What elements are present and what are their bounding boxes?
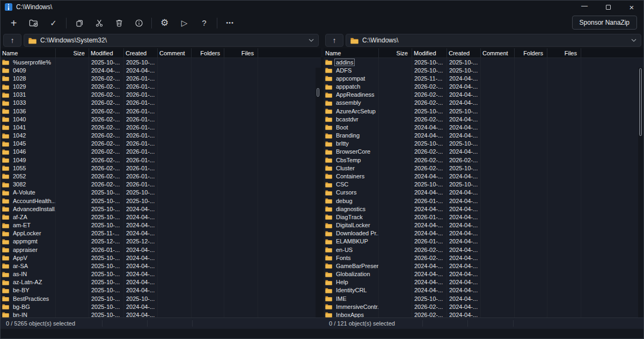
list-item[interactable]: addins 2025-10-... 2025-10-... xyxy=(324,58,639,66)
list-item[interactable]: DigitalLocker 2024-04-... 2024-04-... xyxy=(324,221,639,229)
list-item[interactable]: apppatch 2026-02-... 2024-04-... xyxy=(324,83,639,91)
column-header-name[interactable]: Name xyxy=(1,48,56,57)
run-button[interactable]: ▷ xyxy=(175,16,193,31)
list-item[interactable]: assembly 2026-02-... 2024-04-... xyxy=(324,99,639,107)
list-item[interactable]: ar-SA 2025-10-... 2024-04-... xyxy=(1,262,316,270)
more-button[interactable]: ••• xyxy=(221,16,239,31)
sponsor-button[interactable]: Sponsor NanaZip xyxy=(572,16,637,30)
list-item[interactable]: ELAMBKUP 2026-01-... 2024-04-... xyxy=(324,237,639,246)
list-item[interactable]: AzureArcSetup 2025-10-... 2025-10-... xyxy=(324,107,639,115)
path-combobox-right[interactable]: C:\Windows\ xyxy=(346,34,641,47)
help-button[interactable]: ? xyxy=(195,16,213,31)
copy-button[interactable] xyxy=(70,16,88,31)
column-header-modified[interactable]: Modified xyxy=(89,48,124,57)
list-item[interactable]: AppReadiness 2026-02-... 2024-04-... xyxy=(324,91,639,99)
settings-button[interactable]: ⚙ xyxy=(156,16,173,31)
chevron-down-icon[interactable] xyxy=(631,39,636,42)
column-header-folders[interactable]: Folders xyxy=(192,48,224,57)
minimize-button[interactable]: — xyxy=(573,1,596,13)
list-item[interactable]: AccountHealth... 2025-10-... 2025-10-... xyxy=(1,197,316,205)
list-item[interactable]: 2052 2026-02-... 2026-01-... xyxy=(1,172,316,180)
list-item[interactable]: 1028 2026-02-... 2026-01-... xyxy=(1,74,316,82)
list-item[interactable]: 1041 2026-02-... 2026-01-... xyxy=(1,123,316,131)
list-item[interactable]: Downloaded Pr... 2024-04-... 2024-04-... xyxy=(324,229,639,237)
list-item[interactable]: Cluster 2026-02-... 2025-10-... xyxy=(324,164,639,172)
scrollbar-right[interactable] xyxy=(638,68,643,318)
column-header-files[interactable]: Files xyxy=(224,48,258,57)
scrollbar-left[interactable] xyxy=(316,68,321,318)
info-button[interactable] xyxy=(130,16,148,31)
close-button[interactable]: × xyxy=(620,1,643,13)
list-item[interactable]: Fonts 2026-02-... 2024-04-... xyxy=(324,254,639,262)
list-item[interactable]: 3082 2026-02-... 2026-01-... xyxy=(1,181,316,189)
scrollbar-thumb[interactable] xyxy=(639,68,642,136)
list-item[interactable]: Containers 2024-04-... 2024-04-... xyxy=(324,172,639,180)
list-item[interactable]: Help 2024-04-... 2024-04-... xyxy=(324,278,639,286)
select-button[interactable]: ✓ xyxy=(45,16,62,31)
list-item[interactable]: bn-IN 2025-10-... 2024-04-... xyxy=(1,311,316,318)
list-item[interactable]: 1046 2026-02-... 2026-01-... xyxy=(1,148,316,156)
up-button-right[interactable]: ↑ xyxy=(325,34,343,47)
list-item[interactable]: brltty 2025-10-... 2025-10-... xyxy=(324,140,639,148)
list-item[interactable]: 0409 2024-04-... 2024-04-... xyxy=(1,66,316,74)
delete-button[interactable] xyxy=(110,16,128,31)
path-combobox-left[interactable]: C:\Windows\System32\ xyxy=(24,34,319,47)
list-item[interactable]: 1033 2026-02-... 2026-01-... xyxy=(1,99,316,107)
column-header-comment[interactable]: Comment xyxy=(481,48,515,57)
list-item[interactable]: az-Latn-AZ 2025-10-... 2024-04-... xyxy=(1,278,316,286)
list-item[interactable]: en-US 2026-02-... 2024-04-... xyxy=(324,246,639,254)
list-item[interactable]: appraiser 2026-01-... 2024-04-... xyxy=(1,246,316,254)
list-item[interactable]: ADFS 2025-10-... 2025-10-... xyxy=(324,66,639,74)
cut-button[interactable] xyxy=(90,16,108,31)
list-item[interactable]: 1055 2026-02-... 2026-01-... xyxy=(1,164,316,172)
scrollbar-thumb[interactable] xyxy=(317,88,319,97)
list-item[interactable]: appcompat 2025-11-... 2024-04-... xyxy=(324,74,639,82)
list-item[interactable]: diagnostics 2024-04-... 2024-04-... xyxy=(324,205,639,213)
list-item[interactable]: AppLocker 2025-11-... 2024-04-... xyxy=(1,229,316,237)
list-item[interactable]: bg-BG 2025-10-... 2024-04-... xyxy=(1,302,316,311)
list-item[interactable]: Boot 2024-04-... 2024-04-... xyxy=(324,123,639,131)
list-item[interactable]: IME 2025-10-... 2024-04-... xyxy=(324,294,639,302)
list-item[interactable]: 1045 2026-02-... 2026-01-... xyxy=(1,140,316,148)
list-item[interactable]: AppV 2025-10-... 2024-04-... xyxy=(1,254,316,262)
list-item[interactable]: Globalization 2024-04-... 2024-04-... xyxy=(324,270,639,278)
column-header-name[interactable]: Name xyxy=(324,48,379,57)
column-header-created[interactable]: Created xyxy=(124,48,158,57)
list-item[interactable]: CbsTemp 2026-02-... 2026-02-... xyxy=(324,156,639,164)
list-item[interactable]: 1029 2026-02-... 2026-01-... xyxy=(1,83,316,91)
list-item[interactable]: bcastdvr 2026-02-... 2024-04-... xyxy=(324,115,639,123)
list-item[interactable]: 1049 2026-02-... 2026-01-... xyxy=(1,156,316,164)
new-folder-button[interactable] xyxy=(25,16,42,31)
column-header-folders[interactable]: Folders xyxy=(515,48,547,57)
maximize-button[interactable] xyxy=(596,1,620,13)
list-item[interactable]: ImmersiveContr... 2026-02-... 2024-04-..… xyxy=(324,302,639,311)
list-item[interactable]: appmgmt 2025-12-... 2025-12-... xyxy=(1,237,316,246)
list-item[interactable]: Cursors 2024-04-... 2024-04-... xyxy=(324,189,639,197)
column-header-size[interactable]: Size xyxy=(56,48,89,57)
up-button-left[interactable]: ↑ xyxy=(3,34,21,47)
list-item[interactable]: A-Volute 2025-10-... 2025-10-... xyxy=(1,189,316,197)
add-button[interactable]: + xyxy=(5,16,23,31)
column-header-comment[interactable]: Comment xyxy=(158,48,192,57)
column-header-created[interactable]: Created xyxy=(447,48,481,57)
list-item[interactable]: be-BY 2025-10-... 2024-04-... xyxy=(1,286,316,294)
list-item[interactable]: GameBarPresen... 2024-04-... 2024-04-... xyxy=(324,262,639,270)
list-item[interactable]: af-ZA 2025-10-... 2024-04-... xyxy=(1,213,316,221)
list-item[interactable]: am-ET 2025-10-... 2024-04-... xyxy=(1,221,316,229)
list-item[interactable]: IdentityCRL 2024-04-... 2024-04-... xyxy=(324,286,639,294)
list-item[interactable]: InboxApps 2026-02-... 2024-04-... xyxy=(324,311,639,318)
list-item[interactable]: as-IN 2025-10-... 2024-04-... xyxy=(1,270,316,278)
list-item[interactable]: debug 2026-01-... 2024-04-... xyxy=(324,197,639,205)
list-item[interactable]: CSC 2025-10-... 2025-10-... xyxy=(324,181,639,189)
list-item[interactable]: %userprofile% 2025-10-... 2025-10-... xyxy=(1,58,316,66)
list-item[interactable]: Branding 2024-04-... 2024-04-... xyxy=(324,132,639,140)
list-item[interactable]: BestPractices 2025-10-... 2025-10-... xyxy=(1,294,316,302)
list-item[interactable]: 1040 2026-02-... 2026-01-... xyxy=(1,115,316,123)
list-item[interactable]: 1031 2026-02-... 2026-01-... xyxy=(1,91,316,99)
list-item[interactable]: 1036 2026-02-... 2026-01-... xyxy=(1,107,316,115)
list-item[interactable]: DiagTrack 2026-01-... 2024-04-... xyxy=(324,213,639,221)
titlebar[interactable]: C:\Windows\ — × xyxy=(1,1,643,13)
column-header-files[interactable]: Files xyxy=(547,48,581,57)
list-item[interactable]: 1042 2026-02-... 2026-01-... xyxy=(1,132,316,140)
list-item[interactable]: AdvancedInstall... 2025-10-... 2024-04-.… xyxy=(1,205,316,213)
